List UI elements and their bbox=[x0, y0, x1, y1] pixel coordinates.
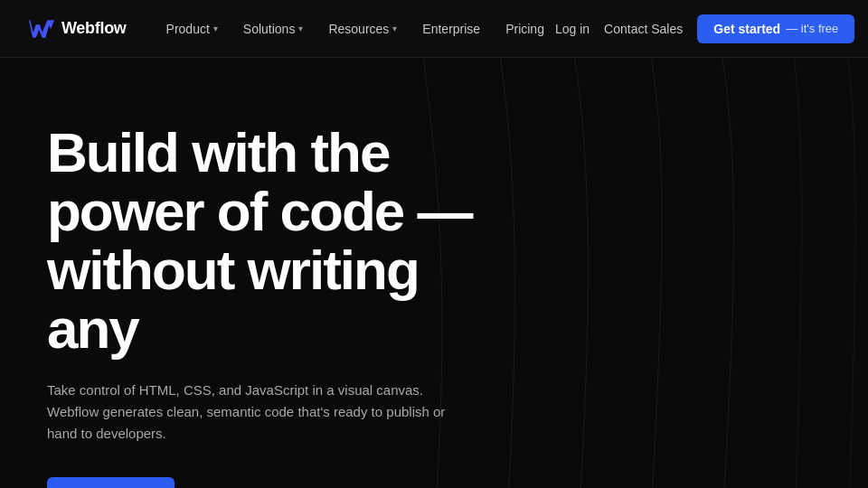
hero-subtitle: Take control of HTML, CSS, and JavaScrip… bbox=[47, 380, 463, 445]
chevron-down-icon: ▾ bbox=[392, 23, 397, 33]
navbar-right: Log in Contact Sales Get started — it's … bbox=[555, 14, 854, 43]
nav-item-solutions[interactable]: Solutions ▾ bbox=[232, 16, 315, 42]
get-started-suffix: — it's free bbox=[786, 22, 838, 35]
nav-login[interactable]: Log in bbox=[555, 22, 590, 36]
hero-title: Build with the power of code — without w… bbox=[47, 123, 495, 358]
get-started-button[interactable]: Get started — it's free bbox=[697, 14, 854, 43]
main-nav: Product ▾ Solutions ▾ Resources ▾ Enterp… bbox=[156, 16, 555, 42]
logo[interactable]: Webflow bbox=[29, 19, 127, 38]
nav-label-resources: Resources bbox=[328, 22, 389, 36]
nav-item-enterprise[interactable]: Enterprise bbox=[411, 16, 491, 42]
webflow-logo-icon bbox=[29, 20, 54, 38]
chevron-down-icon: ▾ bbox=[213, 23, 218, 33]
nav-label-product: Product bbox=[166, 22, 210, 36]
nav-item-resources[interactable]: Resources ▾ bbox=[317, 16, 408, 42]
nav-label-solutions: Solutions bbox=[243, 22, 296, 36]
nav-item-pricing[interactable]: Pricing bbox=[495, 16, 555, 42]
logo-text: Webflow bbox=[61, 19, 127, 38]
navbar: Webflow Product ▾ Solutions ▾ Resources … bbox=[0, 0, 868, 58]
get-started-label: Get started bbox=[713, 22, 780, 36]
nav-contact-sales[interactable]: Contact Sales bbox=[604, 22, 683, 36]
hero-section: Build with the power of code — without w… bbox=[0, 58, 542, 488]
start-building-button[interactable]: Start building bbox=[47, 477, 175, 488]
chevron-down-icon: ▾ bbox=[298, 23, 303, 33]
nav-item-product[interactable]: Product ▾ bbox=[156, 16, 229, 42]
